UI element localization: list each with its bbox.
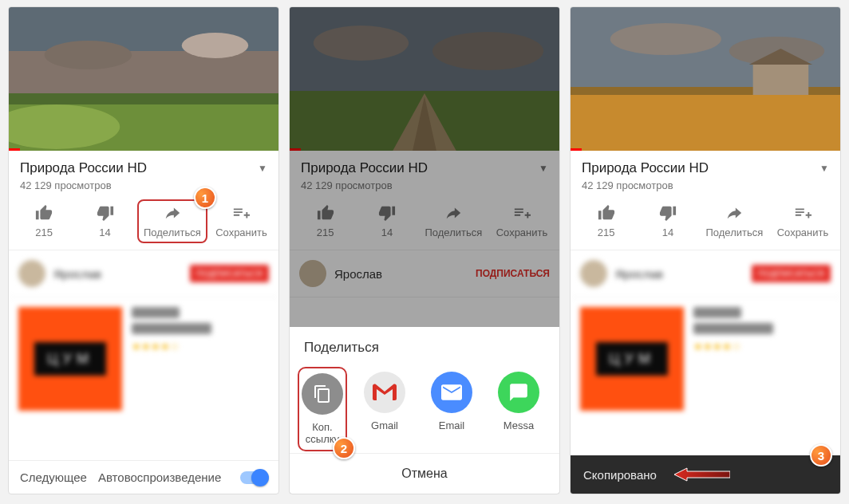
like-count: 215	[598, 226, 615, 238]
expand-icon[interactable]: ▼	[819, 163, 829, 174]
thumb-up-icon	[35, 204, 53, 222]
video-title[interactable]: Природа России HD	[582, 160, 709, 176]
email-icon	[431, 372, 472, 413]
gmail-option[interactable]: Gmail	[360, 372, 409, 447]
channel-name: Ярослав	[615, 267, 744, 281]
share-label: Поделиться	[705, 226, 763, 238]
autoplay-toggle[interactable]	[240, 471, 267, 484]
expand-icon[interactable]: ▼	[258, 163, 267, 174]
svg-marker-20	[674, 468, 730, 481]
autoplay-label: Автовоспроизведение	[98, 471, 221, 484]
save-button[interactable]: Сохранить	[215, 204, 267, 238]
progress-bar[interactable]	[571, 148, 582, 151]
save-button[interactable]: Сохранить	[777, 204, 829, 238]
svg-point-14	[610, 23, 721, 55]
video-thumbnail[interactable]	[9, 7, 278, 151]
screen-1: Природа России HD ▼ 42 129 просмотров 21…	[8, 6, 279, 494]
channel-name: Ярослав	[53, 267, 182, 281]
copied-toast: Скопировано 3	[571, 455, 840, 494]
promo-card[interactable]: ЦУМ ★★★★☆	[9, 297, 278, 420]
subscribe-button[interactable]: ПОДПИСАТЬСЯ	[752, 265, 831, 282]
gmail-icon	[364, 372, 405, 413]
promo-image: ЦУМ	[580, 307, 684, 411]
view-count: 42 129 просмотров	[20, 179, 267, 191]
svg-rect-16	[571, 87, 840, 151]
progress-bar[interactable]	[9, 148, 20, 151]
next-label: Следующее	[20, 471, 87, 484]
channel-row[interactable]: Ярослав ПОДПИСАТЬСЯ	[9, 250, 278, 297]
dislike-button[interactable]: 14	[644, 204, 692, 238]
promo-card[interactable]: ЦУМ ★★★★☆	[571, 297, 840, 420]
arrow-left-icon	[674, 467, 730, 482]
like-button[interactable]: 215	[582, 204, 630, 238]
share-button[interactable]: Поделиться	[705, 204, 763, 238]
thumb-down-icon	[659, 204, 677, 222]
share-sheet-title: Поделиться	[290, 327, 559, 364]
svg-point-3	[45, 41, 132, 69]
video-thumbnail[interactable]	[571, 7, 840, 151]
video-meta: Природа России HD ▼ 42 129 просмотров	[571, 151, 840, 196]
toast-text: Скопировано	[583, 468, 657, 482]
cancel-button[interactable]: Отмена	[290, 453, 559, 494]
channel-row[interactable]: Ярослав ПОДПИСАТЬСЯ	[571, 250, 840, 297]
action-bar: 215 14 Поделиться Сохранить 1	[9, 196, 278, 250]
promo-text: ★★★★☆	[693, 307, 831, 411]
share-icon	[725, 204, 743, 222]
save-label: Сохранить	[777, 226, 829, 238]
copy-icon	[302, 373, 343, 415]
step-badge-2: 2	[333, 437, 355, 459]
message-label: Messa	[503, 419, 534, 431]
video-meta: Природа России HD ▼ 42 129 просмотров	[9, 151, 278, 196]
share-options: Коп. ссылку Gmail Email Messa	[290, 364, 559, 453]
share-sheet: Поделиться Коп. ссылку Gmail Email	[290, 327, 559, 494]
email-label: Email	[439, 419, 465, 431]
gmail-label: Gmail	[371, 419, 398, 431]
svg-point-2	[182, 33, 249, 58]
dislike-button[interactable]: 14	[81, 204, 129, 238]
avatar	[580, 260, 607, 287]
screen-2: Природа России HD ▼ 42 129 просмотров 21…	[289, 6, 560, 494]
share-label: Поделиться	[144, 226, 201, 238]
message-option[interactable]: Messa	[494, 372, 543, 447]
action-bar: 215 14 Поделиться Сохранить	[571, 196, 840, 250]
autoplay-row: Следующее Автовоспроизведение	[9, 460, 278, 494]
email-option[interactable]: Email	[427, 372, 476, 447]
avatar	[18, 260, 45, 287]
svg-rect-18	[753, 63, 809, 95]
save-label: Сохранить	[215, 226, 267, 238]
subscribe-button[interactable]: ПОДПИСАТЬСЯ	[190, 265, 269, 282]
share-icon	[164, 204, 181, 222]
screen-3: Природа России HD ▼ 42 129 просмотров 21…	[570, 6, 841, 494]
thumb-down-icon	[97, 204, 114, 222]
promo-image: ЦУМ	[18, 307, 122, 411]
thumb-up-icon	[598, 204, 615, 222]
step-badge-3: 3	[810, 444, 832, 467]
svg-rect-5	[9, 93, 278, 104]
dislike-count: 14	[662, 226, 673, 238]
message-icon	[498, 372, 539, 413]
promo-text: ★★★★☆	[132, 307, 269, 411]
step-badge-1: 1	[194, 187, 216, 209]
like-button[interactable]: 215	[20, 204, 68, 238]
dislike-count: 14	[99, 226, 110, 238]
like-count: 215	[35, 226, 53, 238]
playlist-add-icon	[794, 204, 811, 222]
video-title[interactable]: Природа России HD	[20, 160, 147, 176]
view-count: 42 129 просмотров	[582, 179, 829, 191]
playlist-add-icon	[232, 204, 250, 222]
